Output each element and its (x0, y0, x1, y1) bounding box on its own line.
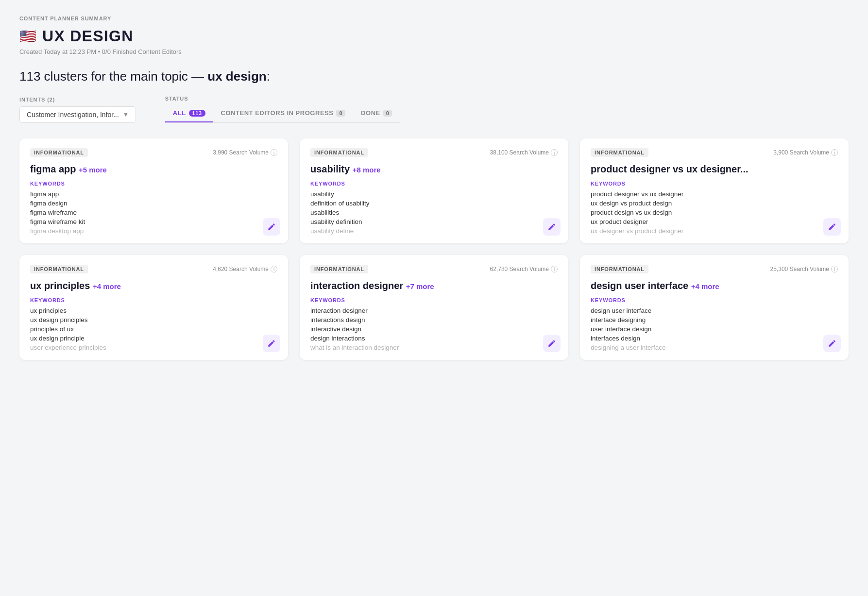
keyword-item-1-3: usability definition (310, 218, 558, 225)
keyword-item-3-0: ux principles (30, 307, 277, 314)
keyword-list-1: usabilitydefinition of usabilityusabilit… (310, 190, 558, 235)
keywords-label-1: KEYWORDS (310, 181, 558, 187)
keyword-item-1-4: usability define (310, 227, 558, 235)
card-more-0: +5 more (79, 166, 107, 174)
tab-in-progress[interactable]: CONTENT EDITORS IN PROGRESS 0 (213, 105, 354, 122)
keyword-list-5: design user interfaceinterface designing… (591, 307, 838, 351)
edit-icon-0 (267, 222, 276, 231)
edit-button-1[interactable] (543, 218, 561, 236)
intents-filter: INTENTS (2) Customer Investigation, Info… (19, 97, 136, 123)
keyword-item-2-2: product design vs ux design (591, 209, 838, 216)
info-icon-1[interactable]: i (551, 149, 558, 156)
card-header-3: INFORMATIONAL 4,620 Search Volume i (30, 265, 277, 273)
tab-done[interactable]: DONE 0 (353, 105, 400, 122)
edit-icon-2 (828, 222, 836, 231)
keyword-item-5-2: user interface design (591, 325, 838, 333)
edit-icon-5 (828, 339, 836, 348)
card-type-0: INFORMATIONAL (30, 148, 88, 157)
edit-icon-1 (547, 222, 556, 231)
edit-icon-3 (267, 339, 276, 348)
keyword-list-2: product designer vs ux designerux design… (591, 190, 838, 235)
keyword-item-3-4: user experience principles (30, 344, 277, 351)
info-icon-5[interactable]: i (831, 266, 838, 272)
card-header-2: INFORMATIONAL 3,900 Search Volume i (591, 148, 838, 157)
card-4: INFORMATIONAL 62,780 Search Volume i int… (300, 255, 568, 360)
filters-row: INTENTS (2) Customer Investigation, Info… (19, 96, 849, 123)
info-icon-3[interactable]: i (271, 266, 277, 272)
card-type-3: INFORMATIONAL (30, 265, 88, 273)
info-icon-0[interactable]: i (271, 149, 277, 156)
intents-dropdown[interactable]: Customer Investigation, Infor... ▼ (19, 106, 136, 123)
edit-button-5[interactable] (823, 335, 841, 352)
card-type-5: INFORMATIONAL (591, 265, 648, 273)
keywords-label-3: KEYWORDS (30, 297, 277, 303)
keyword-item-0-1: figma design (30, 200, 277, 207)
card-more-5: +4 more (691, 282, 719, 290)
keyword-item-1-2: usabilities (310, 209, 558, 216)
chevron-down-icon: ▼ (123, 111, 129, 118)
keyword-item-0-0: figma app (30, 190, 277, 198)
info-icon-2[interactable]: i (831, 149, 838, 156)
keyword-item-0-2: figma wireframe (30, 209, 277, 216)
edit-button-3[interactable] (263, 335, 280, 352)
status-label: STATUS (165, 96, 400, 102)
keyword-item-3-2: principles of ux (30, 325, 277, 333)
title-row: 🇺🇸 UX DESIGN (19, 27, 849, 45)
keyword-list-4: interaction designerinteractions designi… (310, 307, 558, 351)
cards-grid: INFORMATIONAL 3,990 Search Volume i figm… (19, 138, 849, 360)
flag-icon: 🇺🇸 (19, 28, 36, 44)
edit-button-2[interactable] (823, 218, 841, 236)
keyword-item-4-4: what is an interaction designer (310, 344, 558, 351)
tab-in-progress-badge: 0 (336, 110, 345, 117)
edit-button-0[interactable] (263, 218, 280, 236)
card-volume-1: 38,100 Search Volume i (490, 149, 558, 156)
keyword-item-5-1: interface designing (591, 316, 838, 324)
card-5: INFORMATIONAL 25,300 Search Volume i des… (580, 255, 849, 360)
keyword-item-2-0: product designer vs ux designer (591, 190, 838, 198)
card-more-1: +8 more (353, 166, 381, 174)
keyword-item-3-3: ux design principle (30, 335, 277, 342)
intents-label: INTENTS (2) (19, 97, 136, 102)
edit-icon-4 (547, 339, 556, 348)
tab-done-badge: 0 (383, 110, 392, 117)
keyword-item-5-0: design user interface (591, 307, 838, 314)
tab-all-badge: 113 (189, 110, 205, 117)
keyword-item-4-2: interactive design (310, 325, 558, 333)
keyword-item-2-3: ux product designer (591, 218, 838, 225)
tab-in-progress-label: CONTENT EDITORS IN PROGRESS (221, 109, 334, 117)
keyword-list-3: ux principlesux design principlesprincip… (30, 307, 277, 351)
card-title-4: interaction designer +7 more (310, 280, 558, 291)
keyword-item-0-3: figma wireframe kit (30, 218, 277, 225)
card-title-2: product designer vs ux designer... (591, 164, 838, 175)
keyword-list-0: figma appfigma designfigma wireframefigm… (30, 190, 277, 235)
card-1: INFORMATIONAL 38,100 Search Volume i usa… (300, 138, 568, 243)
keyword-item-0-4: figma desktop app (30, 227, 277, 235)
keyword-item-4-3: design interactions (310, 335, 558, 342)
card-title-5: design user interface +4 more (591, 280, 838, 291)
info-icon-4[interactable]: i (551, 266, 558, 272)
card-2: INFORMATIONAL 3,900 Search Volume i prod… (580, 138, 849, 243)
tab-done-label: DONE (361, 109, 380, 117)
card-header-4: INFORMATIONAL 62,780 Search Volume i (310, 265, 558, 273)
keywords-label-0: KEYWORDS (30, 181, 277, 187)
card-header-1: INFORMATIONAL 38,100 Search Volume i (310, 148, 558, 157)
keyword-item-5-3: interfaces design (591, 335, 838, 342)
card-more-3: +4 more (93, 282, 121, 290)
status-tabs: ALL 113 CONTENT EDITORS IN PROGRESS 0 DO… (165, 105, 400, 123)
keyword-item-4-0: interaction designer (310, 307, 558, 314)
card-title-1: usability +8 more (310, 164, 558, 175)
tab-all[interactable]: ALL 113 (165, 105, 213, 122)
card-type-4: INFORMATIONAL (310, 265, 368, 273)
clusters-heading: 113 clusters for the main topic — ux des… (19, 69, 849, 84)
keywords-label-5: KEYWORDS (591, 297, 838, 303)
card-more-4: +7 more (406, 282, 434, 290)
keyword-item-4-1: interactions design (310, 316, 558, 324)
tab-all-label: ALL (173, 109, 186, 117)
status-filter: STATUS ALL 113 CONTENT EDITORS IN PROGRE… (165, 96, 400, 123)
card-volume-2: 3,900 Search Volume i (773, 149, 838, 156)
card-header-5: INFORMATIONAL 25,300 Search Volume i (591, 265, 838, 273)
intents-value: Customer Investigation, Infor... (27, 111, 119, 119)
page-label: CONTENT PLANNER SUMMARY (19, 16, 849, 21)
edit-button-4[interactable] (543, 335, 561, 352)
keyword-item-1-1: definition of usability (310, 200, 558, 207)
